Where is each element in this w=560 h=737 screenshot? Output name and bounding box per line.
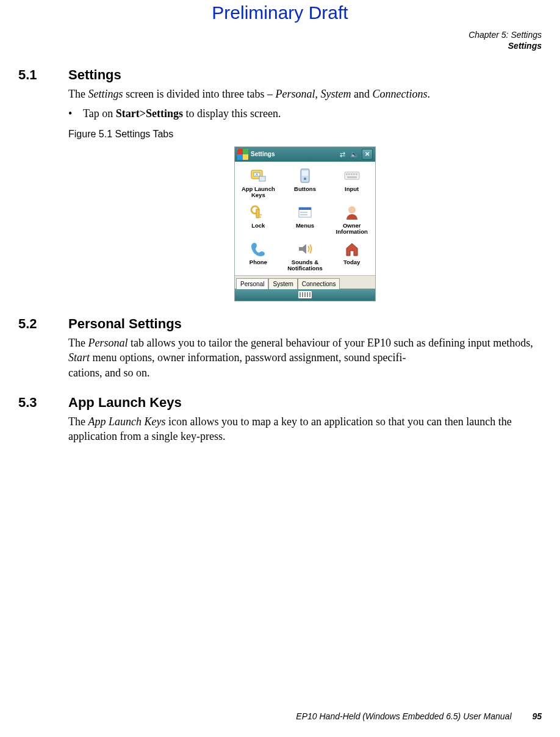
grid-item-label: Owner Information xyxy=(329,223,374,236)
text: Tap on xyxy=(83,107,116,120)
window-title: Settings xyxy=(251,150,335,159)
text: tab allows you to tailor the general beh… xyxy=(127,337,533,349)
page-number: 95 xyxy=(532,711,542,721)
svg-rect-12 xyxy=(356,173,357,175)
phone-icon xyxy=(248,240,268,258)
bullet-marker: • xyxy=(68,106,83,121)
text: cations, and so on. xyxy=(68,367,149,379)
text: . xyxy=(427,88,430,100)
app-launch-keys-icon: A xyxy=(248,167,268,185)
svg-rect-10 xyxy=(351,173,353,175)
bullet-text: Tap on Start>Settings to display this sc… xyxy=(83,106,542,121)
text: and xyxy=(351,88,372,100)
connectivity-icon[interactable]: ⇄ xyxy=(337,149,347,159)
grid-item-owner-information[interactable]: Owner Information xyxy=(328,202,375,237)
grid-item-label: Lock xyxy=(251,223,265,236)
section-title-app-launch-keys: App Launch Keys xyxy=(68,395,182,411)
tab-connections[interactable]: Connections xyxy=(298,278,340,290)
text-em: App Launch Keys xyxy=(88,415,165,428)
para-5-2: The Personal tab allows you to tailor th… xyxy=(68,336,542,380)
sip-bar xyxy=(235,289,375,301)
svg-rect-21 xyxy=(300,214,307,215)
input-icon xyxy=(342,167,362,185)
chapter-line2: Settings xyxy=(468,40,542,51)
grid-item-today[interactable]: Today xyxy=(328,239,375,274)
svg-rect-17 xyxy=(259,217,261,218)
titlebar: Settings ⇄ 🔈 ✕ xyxy=(235,147,375,162)
section-number-5-2: 5.2 xyxy=(18,316,68,332)
section-number-5-3: 5.3 xyxy=(18,395,68,411)
text-em: Personal xyxy=(275,88,315,100)
para-5-3: The App Launch Keys icon allows you to m… xyxy=(68,414,542,444)
text-em: Settings xyxy=(88,88,123,100)
svg-point-6 xyxy=(304,178,306,180)
grid-item-label: Today xyxy=(343,259,360,273)
svg-rect-5 xyxy=(302,171,308,176)
grid-item-lock[interactable]: Lock xyxy=(235,202,282,237)
text: screen is divided into three tabs – xyxy=(123,88,275,100)
text-strong: Start>Settings xyxy=(116,107,183,120)
section-number-5-1: 5.1 xyxy=(18,67,68,83)
grid-item-input[interactable]: Input xyxy=(328,165,375,201)
grid-item-sounds-notifications[interactable]: Sounds & Notifications xyxy=(282,239,329,274)
svg-marker-24 xyxy=(346,243,357,256)
owner-information-icon xyxy=(342,203,362,221)
grid-item-label: App Launch Keys xyxy=(236,186,281,200)
tab-bar: Personal System Connections xyxy=(235,275,375,289)
svg-rect-11 xyxy=(353,173,355,175)
grid-item-label: Menus xyxy=(296,223,314,236)
grid-item-label: Buttons xyxy=(294,186,316,200)
keyboard-icon[interactable] xyxy=(298,291,312,298)
chapter-line1: Chapter 5: Settings xyxy=(468,29,542,40)
page-footer: EP10 Hand-Held (Windows Embedded 6.5) Us… xyxy=(296,711,542,721)
svg-rect-8 xyxy=(346,173,348,175)
menus-icon xyxy=(295,203,315,221)
device-screenshot: Settings ⇄ 🔈 ✕ A App Launch Keys xyxy=(234,146,376,301)
start-icon[interactable] xyxy=(237,149,248,160)
svg-rect-13 xyxy=(347,176,357,178)
text-em: Personal xyxy=(88,337,127,349)
para-5-1: The Settings screen is divided into thre… xyxy=(68,87,542,101)
svg-rect-16 xyxy=(259,214,262,215)
svg-marker-23 xyxy=(299,244,306,254)
text: The xyxy=(68,337,88,349)
svg-point-22 xyxy=(348,206,356,214)
figure-caption: Figure 5.1 Settings Tabs xyxy=(68,128,542,141)
text-em: Connections xyxy=(372,88,427,100)
svg-rect-7 xyxy=(345,172,359,179)
svg-rect-19 xyxy=(299,207,311,210)
text: menu options, owner information, passwor… xyxy=(90,351,406,364)
text-em: System xyxy=(320,88,351,100)
grid-item-label: Input xyxy=(345,186,359,200)
svg-rect-15 xyxy=(256,209,259,218)
settings-grid: A App Launch Keys Buttons Input xyxy=(235,162,375,275)
section-title-personal-settings: Personal Settings xyxy=(68,316,182,332)
section-title-settings: Settings xyxy=(68,67,121,83)
tab-personal[interactable]: Personal xyxy=(236,278,268,290)
text: to display this screen. xyxy=(183,107,281,120)
svg-rect-20 xyxy=(300,212,307,213)
grid-item-phone[interactable]: Phone xyxy=(235,239,282,274)
volume-icon[interactable]: 🔈 xyxy=(350,149,359,159)
bullet-item: • Tap on Start>Settings to display this … xyxy=(68,106,542,121)
grid-item-app-launch-keys[interactable]: A App Launch Keys xyxy=(235,165,282,201)
buttons-icon xyxy=(295,167,315,185)
grid-item-label: Phone xyxy=(249,259,267,273)
sounds-notifications-icon xyxy=(295,240,315,258)
text: The xyxy=(68,415,88,428)
close-button[interactable]: ✕ xyxy=(362,149,373,160)
svg-text:A: A xyxy=(256,173,258,176)
grid-item-buttons[interactable]: Buttons xyxy=(282,165,329,201)
lock-icon xyxy=(248,203,268,221)
chapter-header: Chapter 5: Settings Settings xyxy=(468,29,542,51)
svg-rect-9 xyxy=(348,173,350,175)
tab-system[interactable]: System xyxy=(268,278,297,290)
text: The xyxy=(68,88,88,100)
grid-item-label: Sounds & Notifications xyxy=(283,259,328,273)
manual-title: EP10 Hand-Held (Windows Embedded 6.5) Us… xyxy=(296,711,511,721)
grid-item-menus[interactable]: Menus xyxy=(282,202,329,237)
draft-banner: Preliminary Draft xyxy=(0,2,560,23)
today-icon xyxy=(342,240,362,258)
svg-rect-3 xyxy=(259,176,265,181)
text-em: Start xyxy=(68,351,90,364)
